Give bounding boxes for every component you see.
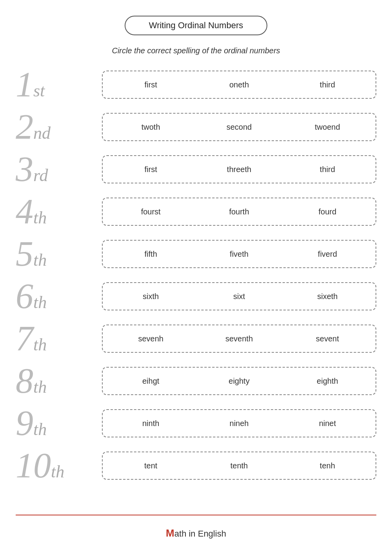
choice-7-3[interactable]: sevent [283,334,372,343]
row-2: 2ndtwothsecondtwoend [16,109,376,145]
title-box: Writing Ordinal Numbers [125,16,267,35]
ordinal-suffix-3: rd [33,167,48,184]
ordinal-suffix-8: th [33,379,47,396]
ordinal-number-1: 1st [16,67,102,102]
choice-10-1[interactable]: tent [107,461,195,470]
brand-label: Math in English [166,527,226,539]
ordinal-suffix-1: st [33,82,45,100]
row-3: 3rdfirstthreeththird [16,152,376,187]
choice-3-2[interactable]: threeth [195,165,283,174]
choice-9-1[interactable]: ninth [107,419,195,428]
ordinal-number-6: 6th [16,279,102,314]
row-5: 5thfifthfivethfiverd [16,236,376,272]
choice-10-3[interactable]: tenh [283,461,372,470]
ordinal-main-6: 6 [16,279,33,314]
choice-5-2[interactable]: fiveth [195,250,283,259]
choices-box-9: ninthninehninet [102,409,376,437]
row-4: 4thfourstfourthfourd [16,194,376,229]
row-1: 1stfirstoneththird [16,67,376,102]
choice-6-1[interactable]: sixth [107,292,195,301]
ordinal-suffix-2: nd [33,125,51,142]
ordinal-main-5: 5 [16,236,33,272]
choice-6-2[interactable]: sixt [195,292,283,301]
choices-box-6: sixthsixtsixeth [102,282,376,310]
ordinal-suffix-5: th [33,252,47,269]
row-6: 6thsixthsixtsixeth [16,279,376,314]
choice-8-1[interactable]: eihgt [107,377,195,386]
choice-10-2[interactable]: tenth [195,461,283,470]
ordinal-suffix-6: th [33,294,47,311]
choices-box-1: firstoneththird [102,71,376,99]
subtitle: Circle the correct spelling of the ordin… [112,46,280,55]
choice-4-2[interactable]: fourth [195,207,283,216]
choices-box-7: sevenhseventhsevent [102,325,376,353]
choices-box-10: tenttenthtenh [102,452,376,480]
ordinal-suffix-7: th [33,336,47,354]
ordinal-number-5: 5th [16,236,102,272]
choice-2-2[interactable]: second [195,123,283,132]
choice-7-2[interactable]: seventh [195,334,283,343]
choice-3-1[interactable]: first [107,165,195,174]
choice-8-2[interactable]: eighty [195,377,283,386]
choice-7-1[interactable]: sevenh [107,334,195,343]
choice-9-3[interactable]: ninet [283,419,372,428]
ordinal-main-9: 9 [16,406,33,441]
ordinal-number-2: 2nd [16,109,102,145]
choice-1-1[interactable]: first [107,80,195,89]
choice-4-1[interactable]: fourst [107,207,195,216]
ordinal-main-7: 7 [16,321,33,356]
ordinal-main-4: 4 [16,194,33,229]
choice-2-1[interactable]: twoth [107,123,195,132]
row-9: 9thninthninehninet [16,406,376,441]
row-7: 7thsevenhseventhsevent [16,321,376,356]
ordinal-number-8: 8th [16,363,102,399]
page-title: Writing Ordinal Numbers [149,20,243,30]
ordinal-number-3: 3rd [16,152,102,187]
ordinal-number-10: 10th [16,448,102,483]
ordinal-suffix-4: th [33,209,47,227]
choices-box-5: fifthfivethfiverd [102,240,376,268]
choice-2-3[interactable]: twoend [283,123,372,132]
ordinal-main-3: 3 [16,152,33,187]
brand-rest: ath in English [174,529,226,539]
choice-5-1[interactable]: fifth [107,250,195,259]
footer: Math in English [16,515,376,539]
choice-3-3[interactable]: third [283,165,372,174]
choice-5-3[interactable]: fiverd [283,250,372,259]
choice-6-3[interactable]: sixeth [283,292,372,301]
ordinal-number-9: 9th [16,406,102,441]
ordinal-suffix-9: th [33,421,47,438]
row-10: 10thtenttenthtenh [16,448,376,483]
brand-m: M [166,527,174,539]
ordinal-main-2: 2 [16,109,33,145]
choices-box-2: twothsecondtwoend [102,113,376,141]
row-8: 8theihgteightyeighth [16,363,376,399]
choice-8-3[interactable]: eighth [283,377,372,386]
choices-box-3: firstthreeththird [102,155,376,183]
ordinal-number-7: 7th [16,321,102,356]
ordinal-main-10: 10 [16,448,51,483]
ordinal-main-8: 8 [16,363,33,399]
choice-1-2[interactable]: oneth [195,80,283,89]
choices-box-4: fourstfourthfourd [102,198,376,226]
ordinal-number-4: 4th [16,194,102,229]
ordinal-main-1: 1 [16,67,33,102]
ordinal-suffix-10: th [51,463,64,481]
choices-box-8: eihgteightyeighth [102,367,376,395]
choice-9-2[interactable]: nineh [195,419,283,428]
choice-1-3[interactable]: third [283,80,372,89]
choice-4-3[interactable]: fourd [283,207,372,216]
